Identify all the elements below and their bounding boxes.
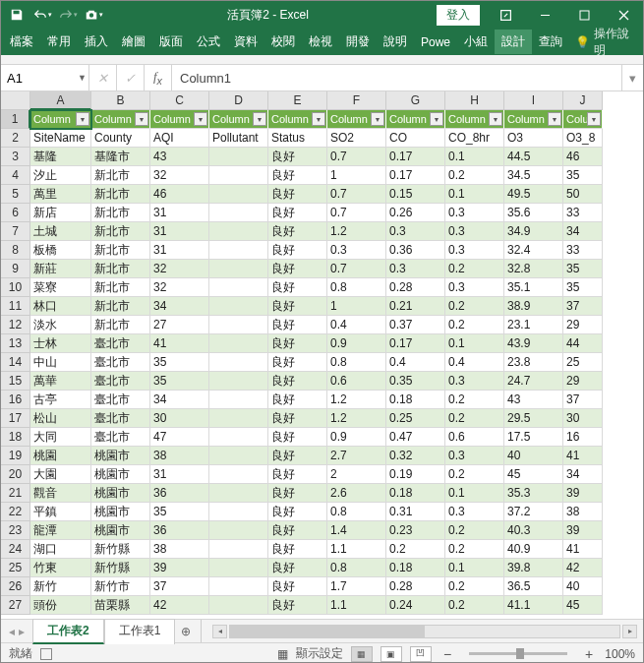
cell[interactable]: 0.2 xyxy=(445,540,504,559)
cell[interactable]: 2 xyxy=(327,465,386,484)
cell[interactable]: 0.47 xyxy=(386,428,445,447)
save-button[interactable] xyxy=(5,3,29,27)
column-header[interactable]: F xyxy=(327,91,386,110)
scroll-right-icon[interactable]: ▸ xyxy=(622,625,637,638)
cell[interactable]: 0.18 xyxy=(386,484,445,503)
cell[interactable]: 34 xyxy=(563,465,603,484)
cell[interactable]: 新北市 xyxy=(91,166,150,185)
table-header-cell[interactable]: Column▼ xyxy=(327,110,386,129)
cell[interactable]: 27 xyxy=(150,316,209,334)
cell[interactable]: 33 xyxy=(563,204,603,222)
ribbon-tab-7[interactable]: 校閱 xyxy=(264,30,302,54)
cell[interactable]: 桃園市 xyxy=(91,465,150,484)
ribbon-tab-1[interactable]: 常用 xyxy=(40,30,78,54)
cell[interactable]: 0.3 xyxy=(386,222,445,241)
row-header[interactable]: 24 xyxy=(1,540,30,559)
cell[interactable]: SiteName xyxy=(30,129,91,148)
cell[interactable]: 萬華 xyxy=(30,372,91,391)
cell[interactable]: 0.3 xyxy=(445,241,504,260)
cell[interactable]: 0.24 xyxy=(386,596,445,615)
name-box[interactable]: A1 ▼ xyxy=(1,65,89,90)
cell[interactable]: 41 xyxy=(563,447,603,465)
cell[interactable] xyxy=(209,391,268,409)
zoom-in-button[interactable]: + xyxy=(581,646,597,662)
cell[interactable]: 34 xyxy=(563,222,603,241)
cell[interactable] xyxy=(209,316,268,334)
cell[interactable]: 35 xyxy=(150,503,209,521)
ribbon-tab-3[interactable]: 繪圖 xyxy=(115,30,152,54)
cell[interactable]: 41 xyxy=(563,540,603,559)
zoom-level[interactable]: 100% xyxy=(605,647,635,661)
cell[interactable]: 32.8 xyxy=(504,260,563,278)
cell[interactable]: 0.8 xyxy=(327,559,386,577)
cell[interactable] xyxy=(209,409,268,428)
table-header-cell[interactable]: Column▼ xyxy=(268,110,327,129)
row-header[interactable]: 12 xyxy=(1,316,30,334)
row-header[interactable]: 2 xyxy=(1,129,30,148)
cell[interactable]: 新北市 xyxy=(91,241,150,260)
cell[interactable]: 良好 xyxy=(268,559,327,577)
cell[interactable]: 桃園市 xyxy=(91,484,150,503)
cell[interactable] xyxy=(209,447,268,465)
cell[interactable]: 新北市 xyxy=(91,185,150,204)
table-header-cell[interactable]: Column▼ xyxy=(209,110,268,129)
cell[interactable]: CO_8hr xyxy=(445,129,504,148)
cell[interactable]: 1 xyxy=(327,166,386,185)
cell[interactable]: 2.7 xyxy=(327,447,386,465)
table-header-cell[interactable]: Column▼ xyxy=(445,110,504,129)
cell[interactable]: 觀音 xyxy=(30,484,91,503)
cell[interactable]: 新店 xyxy=(30,204,91,222)
cell[interactable]: 1.2 xyxy=(327,391,386,409)
cell[interactable]: 38 xyxy=(150,447,209,465)
cell[interactable]: 0.3 xyxy=(445,278,504,297)
cell[interactable]: 0.15 xyxy=(386,185,445,204)
column-header[interactable]: C xyxy=(150,91,209,110)
cell[interactable]: 良好 xyxy=(268,148,327,166)
cell[interactable]: 0.2 xyxy=(445,166,504,185)
cell[interactable]: 44 xyxy=(563,334,603,353)
normal-view-button[interactable]: ▦ xyxy=(351,646,373,662)
cell[interactable]: 46 xyxy=(150,185,209,204)
cell[interactable]: 37.2 xyxy=(504,503,563,521)
row-header[interactable]: 25 xyxy=(1,559,30,577)
cell[interactable]: 0.2 xyxy=(445,465,504,484)
cell[interactable]: 35 xyxy=(150,372,209,391)
cell[interactable]: 29.5 xyxy=(504,409,563,428)
cell[interactable]: 2.6 xyxy=(327,484,386,503)
cell[interactable] xyxy=(209,204,268,222)
cell[interactable]: 39 xyxy=(150,559,209,577)
column-header[interactable]: G xyxy=(386,91,445,110)
cell[interactable]: 0.1 xyxy=(445,484,504,503)
row-header[interactable]: 9 xyxy=(1,260,30,278)
cell[interactable] xyxy=(209,540,268,559)
cell[interactable]: 新北市 xyxy=(91,297,150,316)
cell[interactable] xyxy=(209,465,268,484)
cell[interactable] xyxy=(209,260,268,278)
cell[interactable] xyxy=(209,334,268,353)
cell[interactable]: 1.7 xyxy=(327,577,386,596)
cell[interactable] xyxy=(209,503,268,521)
cell[interactable]: 良好 xyxy=(268,297,327,316)
cell[interactable]: 31 xyxy=(150,465,209,484)
zoom-out-button[interactable]: − xyxy=(439,646,455,662)
cell[interactable]: 36.5 xyxy=(504,577,563,596)
column-header[interactable]: B xyxy=(91,91,150,110)
cell[interactable]: 0.6 xyxy=(327,372,386,391)
cell[interactable]: 0.2 xyxy=(445,297,504,316)
row-header[interactable]: 19 xyxy=(1,447,30,465)
row-header[interactable]: 26 xyxy=(1,577,30,596)
cell[interactable]: 0.25 xyxy=(386,409,445,428)
cell[interactable]: 30 xyxy=(563,409,603,428)
cell[interactable]: 0.8 xyxy=(327,353,386,372)
cell[interactable]: 1.2 xyxy=(327,409,386,428)
cell[interactable]: 29 xyxy=(563,316,603,334)
cell[interactable]: 良好 xyxy=(268,372,327,391)
cell[interactable]: 0.17 xyxy=(386,166,445,185)
zoom-slider[interactable] xyxy=(469,652,567,655)
cell[interactable]: 0.19 xyxy=(386,465,445,484)
cell[interactable]: 中山 xyxy=(30,353,91,372)
cell[interactable]: 35.1 xyxy=(504,278,563,297)
cell[interactable]: 40 xyxy=(504,447,563,465)
cell[interactable]: 菜寮 xyxy=(30,278,91,297)
row-header[interactable]: 22 xyxy=(1,503,30,521)
